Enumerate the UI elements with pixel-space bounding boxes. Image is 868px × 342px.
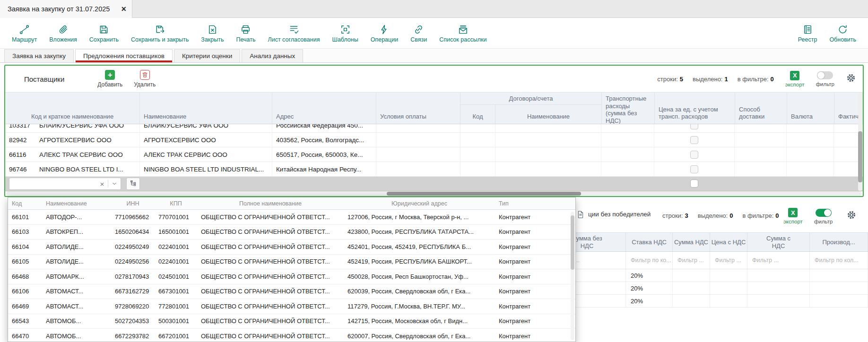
lookup-row[interactable]: 66468 АВТОМАРК... 0278170943 024501001 О… xyxy=(8,269,575,284)
lookup-column-type[interactable]: Тип xyxy=(495,200,575,207)
horizontal-scrollbar-thumb[interactable] xyxy=(387,192,581,196)
lookup-header: Код Наименование ИНН КПП Полное наименов… xyxy=(8,197,575,210)
toolbar-label: Печать xyxy=(236,36,256,43)
cell-legal-address: 127006, Россия, г Москва, Тверской р-н, … xyxy=(344,214,495,221)
column-group-contracts-label: Договора/счета xyxy=(460,93,601,105)
filter-toggle[interactable]: фильтр xyxy=(816,71,834,87)
route-button[interactable]: Маршрут xyxy=(6,18,43,48)
cell-full-name: ОБЩЕСТВО С ОГРАНИЧЕННОЙ ОТВЕТСТ... xyxy=(197,288,344,295)
column-header-vat-rate[interactable]: Ставка НДС xyxy=(626,233,673,251)
save-button[interactable]: Сохранить xyxy=(83,18,125,48)
mailing-list-button[interactable]: Список рассылки xyxy=(433,18,493,48)
grid-settings-button[interactable] xyxy=(846,210,857,222)
filter-input[interactable]: Фильтр ... xyxy=(747,252,810,269)
column-header-address[interactable]: Адрес xyxy=(272,93,376,124)
clear-icon[interactable]: × xyxy=(96,180,108,188)
toolbar-label: Обновить xyxy=(829,36,856,43)
horizontal-scrollbar[interactable] xyxy=(6,191,862,196)
column-header-code-short-name[interactable]: Код и краткое наименование xyxy=(5,93,140,124)
column-header-producer[interactable]: Производ... xyxy=(810,233,868,251)
vertical-scrollbar[interactable] xyxy=(858,93,862,191)
unit-price-checkbox[interactable] xyxy=(690,180,698,188)
delete-button[interactable]: Удалить xyxy=(128,70,161,88)
column-header-contract-code[interactable]: Код xyxy=(460,105,495,124)
cell-legal-address: 452401, Россия, 452419, РЕСПУБЛИКА Б... xyxy=(344,243,495,250)
column-header-transport-costs[interactable]: Транспортные расходы (сумма без НДС) xyxy=(602,93,655,124)
tab-purchase-request[interactable]: Заявка на закупку xyxy=(4,49,74,62)
lookup-scrollbar-thumb[interactable] xyxy=(571,215,574,270)
excel-export-icon: X xyxy=(790,71,799,80)
filtered-count: в фильтре:0 xyxy=(742,212,779,219)
lookup-row[interactable]: 66469 АВТОМАСТ... 9728069220 772801001 О… xyxy=(8,299,575,314)
filter-input[interactable]: Фильтр по ко... xyxy=(626,252,673,269)
supplier-lookup-combobox[interactable]: × xyxy=(9,178,121,190)
lookup-vertical-scrollbar[interactable] xyxy=(571,212,574,340)
lookup-column-legal-address[interactable]: Юридический адрес xyxy=(344,200,495,207)
column-header-unit-price[interactable]: Цена за ед. с учетом трансп. расходов xyxy=(655,93,735,124)
cell-currency xyxy=(787,133,834,147)
unit-price-checkbox[interactable] xyxy=(690,151,698,159)
column-header-delivery-method[interactable]: Способ доставки xyxy=(735,93,787,124)
lookup-column-inn[interactable]: ИНН xyxy=(111,200,155,207)
templates-button[interactable]: Шаблоны xyxy=(326,18,364,48)
lookup-row[interactable]: 66543 АВТОМОБ... 5027204353 500301001 ОБ… xyxy=(8,314,575,329)
lookup-row[interactable]: 66106 АВТОМАСТ... 6673162729 667301001 О… xyxy=(8,284,575,299)
filter-input[interactable]: Фильтр ... xyxy=(673,252,710,269)
column-header-name[interactable]: Наименование xyxy=(140,93,272,124)
lookup-row[interactable]: 66470 АВТОМОБ... 6672293782 667201001 ОБ… xyxy=(8,329,575,342)
offer-row[interactable]: 20% xyxy=(548,295,868,308)
save-and-close-button[interactable]: Сохранить и закрыть xyxy=(125,18,195,48)
supplier-row[interactable]: 66116АЛЕКС ТРАК СЕРВИС ООО АЛЕКС ТРАК СЕ… xyxy=(5,147,863,162)
add-button[interactable]: + Добавить xyxy=(92,70,128,88)
operations-button[interactable]: Операции xyxy=(365,18,404,48)
tab-supplier-offers[interactable]: Предложения поставщиков xyxy=(75,49,173,62)
vertical-scrollbar-thumb[interactable] xyxy=(858,131,862,182)
column-header-payment-terms[interactable]: Условия оплаты xyxy=(376,93,460,124)
toolbar-label: Шаблоны xyxy=(332,36,358,43)
unit-price-checkbox[interactable] xyxy=(690,124,698,129)
export-label: экспорт xyxy=(785,82,805,87)
hierarchy-select-button[interactable] xyxy=(126,178,140,190)
cell-producer xyxy=(810,295,868,307)
lookup-column-full-name[interactable]: Полное наименование xyxy=(197,200,344,207)
close-icon[interactable]: × xyxy=(121,5,126,13)
filter-input[interactable]: Фильтр по кол... xyxy=(810,252,868,269)
document-tab[interactable]: Заявка на закупку от 31.07.2025 × xyxy=(0,0,132,18)
export-button[interactable]: X экспорт xyxy=(783,208,803,224)
refresh-button[interactable]: Обновить xyxy=(823,18,862,48)
column-header-sum-with-vat[interactable]: Сумма с НДС xyxy=(747,233,810,251)
column-header-vat-sum[interactable]: Сумма НДС xyxy=(673,233,710,251)
lookup-row[interactable]: 66103 АВТОКРЕП... 1650206434 165001001 О… xyxy=(8,225,575,240)
print-button[interactable]: Печать xyxy=(230,18,262,48)
registry-button[interactable]: Реестр xyxy=(792,18,824,48)
links-button[interactable]: Связи xyxy=(404,18,433,48)
filter-input[interactable]: Фильтр ... xyxy=(710,252,747,269)
lookup-row[interactable]: 66104 АВТОЛИДЕ... 0224950249 022401001 О… xyxy=(8,239,575,255)
supplier-row[interactable]: 82942АГРОТЕХСЕРВИС ООО АГРОТЕХСЕРВИС ООО… xyxy=(5,133,863,147)
lookup-row[interactable]: 66101 АВТОДОР-... 7710965662 770701001 О… xyxy=(8,210,575,225)
unit-price-checkbox[interactable] xyxy=(690,136,698,144)
attachments-button[interactable]: Вложения xyxy=(43,18,83,48)
export-button[interactable]: X экспорт xyxy=(785,71,805,87)
lookup-column-code[interactable]: Код xyxy=(8,200,42,207)
column-header-currency[interactable]: Валюта xyxy=(787,93,834,124)
close-document-button[interactable]: Закрыть xyxy=(195,18,230,48)
supplier-row[interactable]: 103317БЛАЙК/УСЕРВИС УФА ООО БЛАЙК/УСЕРВИ… xyxy=(5,124,863,133)
grid-settings-button[interactable] xyxy=(846,73,856,85)
lookup-row[interactable]: 66105 АВТОЛИДЕ... 0224950256 022401001 О… xyxy=(8,255,575,270)
unit-price-checkbox[interactable] xyxy=(690,165,698,173)
tab-data-analysis[interactable]: Анализ данных xyxy=(242,49,303,62)
lookup-column-name[interactable]: Наименование xyxy=(42,200,111,207)
cell-type: Контрагент xyxy=(495,214,575,221)
approval-sheet-button[interactable]: Лист согласования xyxy=(261,18,326,48)
supplier-row[interactable]: 96746NINGBO BOA STEEL LTD I... NINGBO BO… xyxy=(5,162,863,177)
filter-toggle[interactable]: фильтр xyxy=(814,209,833,224)
lookup-column-kpp[interactable]: КПП xyxy=(155,200,197,207)
cell-kpp: 165001001 xyxy=(155,228,197,235)
column-header-contract-name[interactable]: Наименование xyxy=(495,105,601,124)
column-header-price-with-vat[interactable]: Цена с НДС xyxy=(710,233,747,251)
offer-row[interactable]: 20% xyxy=(548,269,868,282)
tab-evaluation-criteria[interactable]: Критерии оценки xyxy=(174,49,240,62)
chevron-down-icon[interactable] xyxy=(108,181,121,187)
offer-row[interactable]: 20% xyxy=(548,282,868,295)
